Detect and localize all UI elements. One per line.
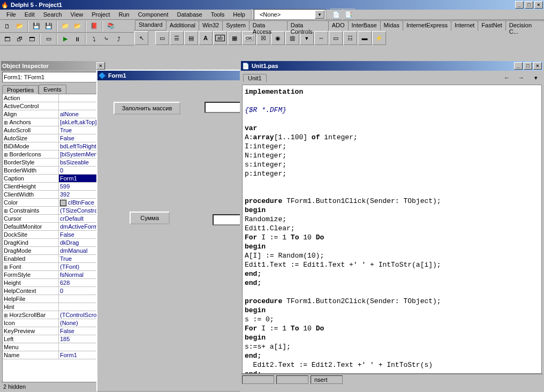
run-button[interactable]: ▶ (59, 33, 71, 45)
mainmenu-icon[interactable]: ☰ (170, 31, 184, 45)
oi-row[interactable]: AutoScrollTrue (3, 126, 104, 134)
oi-row[interactable]: BiDiModebdLeftToRight (3, 142, 104, 150)
oi-row[interactable]: Font(TFont) (3, 263, 104, 271)
menu-help[interactable]: Help (229, 10, 250, 19)
oi-row[interactable]: Hint (3, 303, 104, 311)
panel-icon[interactable]: ▬ (358, 31, 372, 45)
button2-sum[interactable]: Сумма (130, 212, 170, 224)
view-unit-button[interactable]: 🗔 (1, 33, 13, 45)
nav-menu-button[interactable]: ▾ (530, 72, 542, 84)
menu-component[interactable]: Component (134, 10, 173, 19)
minimize-button[interactable]: _ (515, 1, 524, 9)
oi-row[interactable]: HelpContext0 (3, 287, 104, 295)
pointer-icon[interactable]: ↖ (134, 31, 148, 45)
actionlist-icon[interactable]: ⚡ (372, 31, 386, 45)
step-into-button[interactable]: ⤷ (100, 33, 112, 45)
menu-tools[interactable]: Tools (207, 10, 229, 19)
add-button[interactable]: 📂 (71, 20, 84, 32)
oi-row[interactable]: AutoSizeFalse (3, 134, 104, 142)
ptab-win32[interactable]: Win32 (199, 20, 223, 31)
oi-row[interactable]: DragKinddkDrag (3, 239, 104, 247)
edit-icon[interactable]: ab (213, 31, 227, 45)
oi-row[interactable]: Constraints(TSizeConstrair (3, 207, 104, 215)
ptab-additional[interactable]: Additional (166, 20, 199, 31)
oi-row[interactable]: Anchors[akLeft,akTop] (3, 118, 104, 126)
code-text[interactable]: implementation {$R *.DFM} var A:array[1.… (242, 85, 542, 374)
step-out-button[interactable]: ⤴ (112, 33, 125, 45)
oi-row[interactable]: HelpFile (3, 295, 104, 303)
oi-row[interactable]: Height628 (3, 279, 104, 287)
oi-row[interactable]: ActiveControl (3, 102, 104, 110)
oi-titlebar[interactable]: Object Inspector × (1, 61, 106, 71)
oi-row[interactable]: NameForm1 (3, 351, 104, 359)
step-over-button[interactable]: ⤵ (88, 33, 100, 45)
project-combo[interactable]: <None> ▼ (254, 9, 326, 20)
scrollbar-icon[interactable]: ↔ (314, 31, 328, 45)
editor-titlebar[interactable]: 📄 Unit1.pas _ □ × (241, 61, 543, 71)
saveall-button[interactable]: 💾 (42, 20, 55, 32)
open-project-button[interactable]: 📁 (59, 20, 71, 32)
oi-row[interactable]: HorzScrollBar(TControlScrollB (3, 311, 104, 319)
new-button[interactable]: 🗋 (1, 20, 13, 32)
oi-row[interactable]: FormStylefsNormal (3, 271, 104, 279)
oi-tab-events[interactable]: Events (39, 85, 66, 94)
ptab-internetexpress[interactable]: InternetExpress (403, 20, 451, 31)
remove-button[interactable]: 📕 (88, 20, 100, 32)
oi-row[interactable]: Action (3, 94, 104, 102)
oi-row[interactable]: DockSiteFalse (3, 231, 104, 239)
oi-row[interactable]: CursorcrDefault (3, 215, 104, 223)
radiobutton-icon[interactable]: ◉ (271, 31, 285, 45)
close-icon[interactable]: × (96, 62, 105, 70)
oi-row[interactable]: ClientHeight599 (3, 183, 104, 191)
view-form-button[interactable]: 🗗 (13, 33, 26, 45)
menu-file[interactable]: File (2, 10, 20, 19)
oi-row[interactable]: ColorclBtnFace (3, 199, 104, 207)
pause-button[interactable]: ⏸ (71, 33, 84, 45)
oi-row[interactable]: AlignalNone (3, 110, 104, 118)
menu-view[interactable]: View (66, 10, 88, 19)
oi-row[interactable]: BorderWidth0 (3, 167, 104, 175)
oi-row[interactable]: Left185 (3, 335, 104, 343)
oi-row[interactable]: DragModedmManual (3, 247, 104, 255)
oi-row[interactable]: BorderIcons[biSystemMenu (3, 150, 104, 159)
oi-property-grid[interactable]: ActionActiveControlAlignalNoneAnchors[ak… (2, 94, 105, 383)
maximize-button[interactable]: □ (524, 62, 532, 70)
ptab-dataaccess[interactable]: Data Access (249, 20, 288, 31)
menu-project[interactable]: Project (87, 10, 114, 19)
ptab-standard[interactable]: Standard (135, 20, 167, 30)
open-button[interactable]: 📂 (13, 20, 26, 32)
oi-row[interactable]: KeyPreviewFalse (3, 327, 104, 335)
frames-icon[interactable]: ▭ (155, 31, 169, 45)
help-button[interactable]: 📚 (104, 20, 117, 32)
menu-search[interactable]: Search (39, 10, 66, 19)
menu-database[interactable]: Database (173, 10, 207, 19)
oi-row[interactable]: BorderStylebsSizeable (3, 159, 104, 167)
toolbar-btn[interactable]: 📄 (330, 9, 343, 20)
button1-fill-array[interactable]: Заполнить массив (114, 102, 180, 115)
menu-edit[interactable]: Edit (20, 10, 39, 19)
chevron-down-icon[interactable]: ▼ (315, 10, 324, 19)
editor-tab-unit1[interactable]: Unit1 (243, 74, 267, 82)
nav-back-button[interactable]: ← (501, 72, 513, 84)
oi-row[interactable]: Menu (3, 343, 104, 351)
radiogroup-icon[interactable]: ☷ (343, 31, 357, 45)
toggle-button[interactable]: 🗖 (26, 33, 38, 45)
ptab-decision[interactable]: Decision C... (505, 20, 544, 31)
nav-fwd-button[interactable]: → (515, 72, 527, 84)
groupbox-icon[interactable]: ▭ (329, 31, 343, 45)
ptab-system[interactable]: System (222, 20, 250, 31)
label-icon[interactable]: A (199, 31, 213, 45)
ptab-ado[interactable]: ADO (328, 20, 349, 31)
toolbar-btn[interactable]: 📑 (343, 9, 355, 20)
oi-row[interactable]: DefaultMonitordmActiveForm (3, 223, 104, 231)
ptab-datacontrols[interactable]: Data Controls (287, 20, 329, 31)
ptab-internet[interactable]: Internet (451, 20, 478, 31)
save-button[interactable]: 💾 (30, 20, 42, 32)
minimize-button[interactable]: _ (514, 62, 523, 70)
popupmenu-icon[interactable]: ▤ (184, 31, 198, 45)
memo-icon[interactable]: ▦ (228, 31, 241, 45)
new-form-button[interactable]: ▭ (42, 33, 55, 45)
oi-row[interactable]: ClientWidth392 (3, 191, 104, 199)
ptab-interbase[interactable]: InterBase (348, 20, 381, 31)
oi-row[interactable]: Icon(None) (3, 319, 104, 327)
